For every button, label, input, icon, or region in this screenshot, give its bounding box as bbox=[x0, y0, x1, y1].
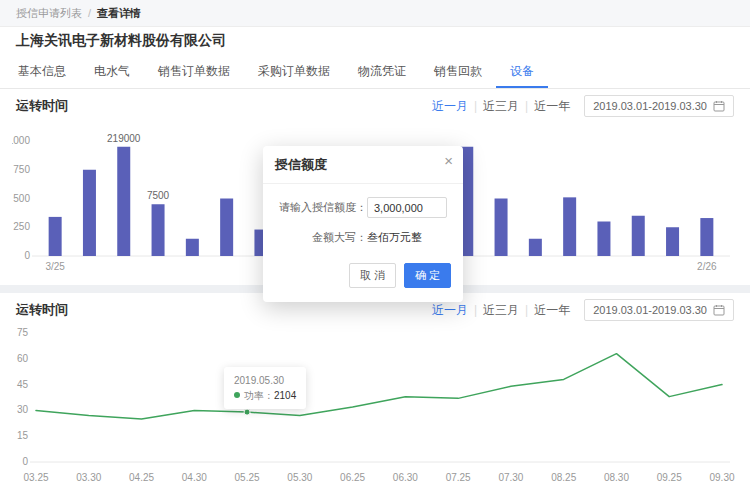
svg-text:3/25: 3/25 bbox=[45, 261, 65, 272]
filter-last-month[interactable]: 近一月 bbox=[432, 98, 468, 115]
svg-text:09.30: 09.30 bbox=[709, 472, 734, 483]
date-range-picker[interactable]: 2019.03.01-2019.03.30 bbox=[584, 95, 734, 117]
amount-words-value: 叁佰万元整 bbox=[367, 230, 422, 245]
svg-text:0: 0 bbox=[24, 250, 30, 261]
filter-separator: | bbox=[474, 303, 477, 317]
tab-logistics-vouchers[interactable]: 物流凭证 bbox=[344, 55, 420, 88]
credit-input-label: 请输入授信额度： bbox=[275, 200, 367, 215]
tab-equipment[interactable]: 设备 bbox=[496, 55, 548, 88]
section-header: 运转时间 近一月 | 近三月 | 近一年 2019.03.01-2019.03.… bbox=[12, 91, 738, 121]
calendar-icon bbox=[713, 304, 725, 316]
svg-text:7500: 7500 bbox=[147, 190, 170, 201]
svg-text:09.25: 09.25 bbox=[657, 472, 682, 483]
filter-separator: | bbox=[525, 303, 528, 317]
amount-words-label: 金额大写： bbox=[275, 230, 367, 245]
svg-text:06.25: 06.25 bbox=[340, 472, 365, 483]
credit-amount-input[interactable] bbox=[367, 197, 447, 218]
tab-utilities[interactable]: 电水气 bbox=[80, 55, 144, 88]
svg-text:03.25: 03.25 bbox=[23, 472, 48, 483]
svg-text:08.30: 08.30 bbox=[604, 472, 629, 483]
tab-sales-orders[interactable]: 销售订单数据 bbox=[144, 55, 244, 88]
svg-text:219000: 219000 bbox=[107, 133, 141, 144]
modal-footer: 取 消 确 定 bbox=[263, 259, 463, 302]
svg-text:45: 45 bbox=[17, 379, 29, 390]
svg-text:75: 75 bbox=[17, 327, 29, 338]
filter-separator: | bbox=[474, 99, 477, 113]
tab-basic-info[interactable]: 基本信息 bbox=[4, 55, 80, 88]
filter-last-quarter[interactable]: 近三月 bbox=[483, 98, 519, 115]
breadcrumb-current: 查看详情 bbox=[97, 6, 141, 21]
svg-text:60: 60 bbox=[17, 353, 29, 364]
breadcrumb-parent-link[interactable]: 授信申请列表 bbox=[16, 6, 82, 21]
svg-text:05.30: 05.30 bbox=[287, 472, 312, 483]
chart-controls: 近一月 | 近三月 | 近一年 2019.03.01-2019.03.30 bbox=[432, 299, 734, 321]
filter-last-year[interactable]: 近一年 bbox=[534, 302, 570, 319]
svg-text:07.25: 07.25 bbox=[446, 472, 471, 483]
calendar-icon bbox=[713, 100, 725, 112]
svg-text:0: 0 bbox=[22, 456, 28, 467]
svg-text:03.30: 03.30 bbox=[76, 472, 101, 483]
tooltip-value: 2104 bbox=[274, 390, 296, 401]
filter-separator: | bbox=[525, 99, 528, 113]
tab-bar: 基本信息 电水气 销售订单数据 采购订单数据 物流凭证 销售回款 设备 bbox=[0, 55, 750, 89]
breadcrumb: 授信申请列表 / 查看详情 bbox=[0, 0, 750, 27]
app-window: 授信申请列表 / 查看详情 上海关讯电子新材料股份有限公司 基本信息 电水气 销… bbox=[0, 0, 750, 484]
modal-body: 请输入授信额度： 金额大写： 叁佰万元整 bbox=[263, 184, 463, 259]
svg-text:15: 15 bbox=[17, 430, 29, 441]
svg-text:04.25: 04.25 bbox=[129, 472, 154, 483]
svg-text:06.30: 06.30 bbox=[393, 472, 418, 483]
svg-text:05.25: 05.25 bbox=[235, 472, 260, 483]
tab-sales-collection[interactable]: 销售回款 bbox=[420, 55, 496, 88]
date-range-picker[interactable]: 2019.03.01-2019.03.30 bbox=[584, 299, 734, 321]
cancel-button[interactable]: 取 消 bbox=[349, 263, 396, 288]
credit-limit-modal: 授信额度 × 请输入授信额度： 金额大写： 叁佰万元整 取 消 确 定 bbox=[263, 146, 463, 302]
svg-text:04.30: 04.30 bbox=[182, 472, 207, 483]
confirm-button[interactable]: 确 定 bbox=[404, 263, 451, 288]
filter-last-year[interactable]: 近一年 bbox=[534, 98, 570, 115]
filter-last-month[interactable]: 近一月 bbox=[432, 302, 468, 319]
section-title: 运转时间 bbox=[16, 301, 68, 319]
svg-text:750: 750 bbox=[13, 164, 30, 175]
tooltip-series: 功率：2104 bbox=[234, 388, 296, 403]
svg-text:500: 500 bbox=[13, 193, 30, 204]
line-chart[interactable]: 0153045607503.2503.3004.2504.3005.2505.3… bbox=[12, 325, 738, 484]
chart-controls: 近一月 | 近三月 | 近一年 2019.03.01-2019.03.30 bbox=[432, 95, 734, 117]
svg-text:07.30: 07.30 bbox=[498, 472, 523, 483]
svg-text:2/26: 2/26 bbox=[697, 261, 717, 272]
tooltip-date: 2019.05.30 bbox=[234, 373, 296, 388]
date-range-value: 2019.03.01-2019.03.30 bbox=[593, 304, 707, 316]
svg-text:1000: 1000 bbox=[12, 135, 30, 146]
tooltip-series-label: 功率： bbox=[244, 390, 274, 401]
series-dot-icon bbox=[234, 392, 240, 398]
svg-text:30: 30 bbox=[17, 404, 29, 415]
breadcrumb-separator: / bbox=[88, 7, 91, 19]
date-range-value: 2019.03.01-2019.03.30 bbox=[593, 100, 707, 112]
runtime-line-section: 运转时间 近一月 | 近三月 | 近一年 2019.03.01-2019.03.… bbox=[0, 293, 750, 484]
section-title: 运转时间 bbox=[16, 97, 68, 115]
svg-text:250: 250 bbox=[13, 221, 30, 232]
chart-tooltip: 2019.05.30 功率：2104 bbox=[224, 367, 306, 409]
page-title: 上海关讯电子新材料股份有限公司 bbox=[0, 27, 750, 55]
close-icon[interactable]: × bbox=[444, 153, 453, 168]
modal-header: 授信额度 × bbox=[263, 146, 463, 184]
svg-text:08.25: 08.25 bbox=[551, 472, 576, 483]
tab-purchase-orders[interactable]: 采购订单数据 bbox=[244, 55, 344, 88]
modal-title: 授信额度 bbox=[275, 157, 327, 172]
filter-last-quarter[interactable]: 近三月 bbox=[483, 302, 519, 319]
